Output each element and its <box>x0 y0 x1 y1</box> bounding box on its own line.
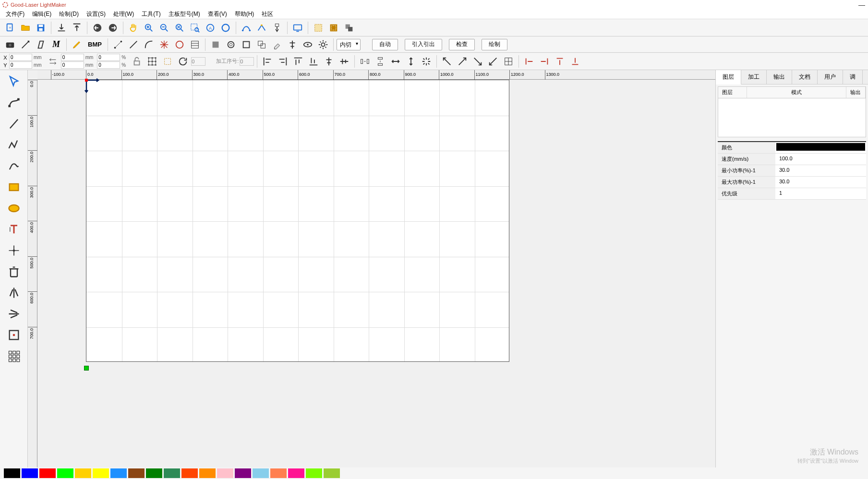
menu-edit[interactable]: 编辑(E) <box>28 10 55 18</box>
align-hcenter-icon[interactable] <box>322 54 336 69</box>
palette-color[interactable] <box>199 468 216 478</box>
align-bottom-icon[interactable] <box>306 54 321 69</box>
zoom-selection-button[interactable] <box>188 21 202 35</box>
prop-speed-value[interactable]: 100.0 <box>775 154 866 165</box>
mirror-v-tool[interactable] <box>4 305 24 323</box>
import-export-button[interactable]: 引入引出 <box>405 39 442 50</box>
corner-br-icon[interactable] <box>470 54 485 69</box>
path-node-button[interactable] <box>239 21 253 35</box>
zoom-fit-button[interactable] <box>172 21 187 35</box>
open-file-button[interactable] <box>18 21 33 35</box>
corner-tl-icon[interactable] <box>440 54 454 69</box>
curve-tool[interactable] <box>4 157 24 175</box>
xy-swap-icon[interactable] <box>46 54 60 69</box>
redo-button[interactable] <box>106 21 120 35</box>
auto-button[interactable]: 自动 <box>372 39 398 50</box>
ring-icon[interactable] <box>224 37 238 52</box>
align-top-icon[interactable] <box>291 54 305 69</box>
palette-color[interactable] <box>217 468 233 478</box>
skew-icon[interactable] <box>34 37 48 52</box>
pan-button[interactable] <box>126 21 141 35</box>
snap-right-icon[interactable] <box>537 54 552 69</box>
height-input[interactable] <box>61 61 84 69</box>
zoom-all-button[interactable] <box>218 21 233 35</box>
align-left-icon[interactable] <box>260 54 275 69</box>
mirror-h-tool[interactable] <box>4 284 24 301</box>
star-icon[interactable] <box>157 37 171 52</box>
zoom-text-button[interactable]: A <box>203 21 217 35</box>
canvas[interactable] <box>37 80 715 467</box>
snap-left-icon[interactable] <box>522 54 536 69</box>
rect-tool[interactable] <box>4 179 24 196</box>
text-tool[interactable] <box>4 221 24 238</box>
palette-color[interactable] <box>181 468 198 478</box>
arc-icon[interactable] <box>142 37 156 52</box>
draw-button[interactable]: 绘制 <box>482 39 507 50</box>
new-file-button[interactable]: + <box>3 21 17 35</box>
prop-color-value[interactable] <box>776 143 865 151</box>
palette-color[interactable] <box>306 468 322 478</box>
circle-icon[interactable] <box>172 37 187 52</box>
palette-color[interactable] <box>75 468 91 478</box>
anchor-grid-icon[interactable] <box>145 54 159 69</box>
vector-icon[interactable] <box>18 37 33 52</box>
delete-tool[interactable] <box>4 263 24 280</box>
prop-minpower-value[interactable]: 30.0 <box>775 165 866 176</box>
zoom-in-button[interactable] <box>142 21 156 35</box>
tab-user[interactable]: 用户 <box>818 70 843 84</box>
scaley-input[interactable] <box>97 61 120 69</box>
camera-icon[interactable] <box>3 37 17 52</box>
menu-process[interactable]: 处理(W) <box>109 10 138 18</box>
menu-draw[interactable]: 绘制(D) <box>55 10 83 18</box>
save-file-button[interactable] <box>34 21 48 35</box>
tab-process[interactable]: 加工 <box>741 70 767 84</box>
tab-layer[interactable]: 图层 <box>716 70 741 84</box>
palette-color[interactable] <box>57 468 73 478</box>
line-icon[interactable] <box>126 37 141 52</box>
align-vcenter-icon[interactable] <box>337 54 351 69</box>
palette-color[interactable] <box>235 468 251 478</box>
align-tool[interactable] <box>4 326 24 344</box>
prop-maxpower-value[interactable]: 30.0 <box>775 177 866 188</box>
cut-mode-select[interactable]: 内切 <box>337 39 361 50</box>
m-label[interactable]: M <box>49 37 63 52</box>
node-edit-tool[interactable] <box>4 94 24 111</box>
menu-community[interactable]: 社区 <box>258 10 277 18</box>
grid4-icon[interactable] <box>501 54 516 69</box>
crop-icon[interactable] <box>239 37 253 52</box>
dist-v-icon[interactable] <box>373 54 387 69</box>
space-v-icon[interactable] <box>404 54 418 69</box>
zoom-out-button[interactable] <box>157 21 171 35</box>
line-tool[interactable] <box>4 115 24 132</box>
pencil-icon[interactable] <box>70 37 84 52</box>
ellipse-tool[interactable] <box>4 200 24 217</box>
y-input[interactable] <box>9 61 32 69</box>
layer3-button[interactable] <box>342 21 356 35</box>
palette-color[interactable] <box>146 468 162 478</box>
bmp-label[interactable]: BMP <box>85 41 105 48</box>
check-button[interactable]: 检查 <box>449 39 475 50</box>
select-tool[interactable] <box>4 73 24 90</box>
tab-adjust[interactable]: 调 <box>843 70 863 84</box>
layer2-button[interactable] <box>326 21 341 35</box>
gear-icon[interactable] <box>316 37 330 52</box>
dist-h-icon[interactable] <box>358 54 372 69</box>
palette-color[interactable] <box>253 468 269 478</box>
menu-view[interactable]: 查看(V) <box>204 10 231 18</box>
worksheet[interactable] <box>86 80 509 362</box>
space-h-icon[interactable] <box>388 54 403 69</box>
menu-file[interactable]: 文件(F) <box>2 10 28 18</box>
center-canvas-icon[interactable] <box>419 54 434 69</box>
corner-tr-icon[interactable] <box>455 54 470 69</box>
menu-board[interactable]: 主板型号(M) <box>165 10 204 18</box>
x-input[interactable] <box>9 54 32 61</box>
rotate-icon[interactable] <box>176 54 190 69</box>
palette-color[interactable] <box>164 468 180 478</box>
undo-button[interactable] <box>90 21 105 35</box>
palette-color[interactable] <box>4 468 20 478</box>
width-input[interactable] <box>61 54 84 61</box>
prop-priority-value[interactable]: 1 <box>775 188 866 199</box>
scalex-input[interactable] <box>97 54 120 61</box>
canvas-area[interactable]: -100.00.0100.0200.0300.0400.0500.0600.07… <box>28 70 715 467</box>
corner-bl-icon[interactable] <box>486 54 500 69</box>
